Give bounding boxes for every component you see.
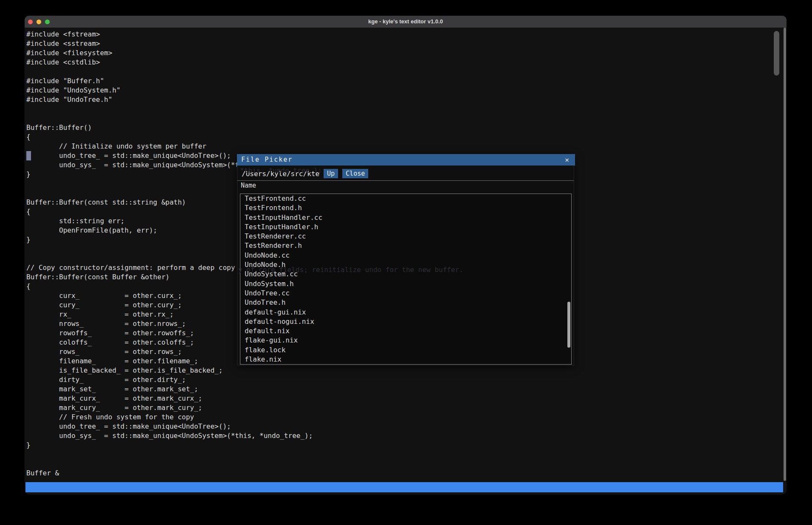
- window-title: kge - kyle's text editor v1.0.0: [25, 16, 787, 28]
- file-row[interactable]: flake.lock: [240, 345, 571, 355]
- close-button[interactable]: Close: [342, 169, 368, 178]
- file-row[interactable]: default-nogui.nix: [240, 317, 571, 326]
- status-bar: kge v1.0.0 [1/1] Buffer.cc 486L Open Fil…: [25, 482, 783, 492]
- file-row[interactable]: UndoNode.cc: [240, 251, 571, 260]
- file-row[interactable]: UndoNode.h: [240, 260, 571, 270]
- name-column-header: Name: [241, 182, 256, 189]
- file-row[interactable]: TestFrontend.h: [240, 203, 571, 213]
- file-row[interactable]: UndoSystem.cc: [240, 270, 571, 279]
- file-row[interactable]: TestRenderer.cc: [240, 232, 571, 241]
- status-file-info: kge v1.0.0 [1/1] Buffer.cc 486L: [29, 492, 152, 494]
- up-button[interactable]: Up: [324, 169, 338, 178]
- file-row[interactable]: UndoSystem.h: [240, 279, 571, 289]
- file-row[interactable]: UndoTree.h: [240, 298, 571, 307]
- file-row[interactable]: TestFrontend.cc: [240, 194, 571, 203]
- path-separator-line: [237, 180, 574, 181]
- editor-scrollbar-thumb[interactable]: [774, 31, 779, 76]
- file-row[interactable]: UndoTree.cc: [240, 289, 571, 298]
- text-cursor: [26, 151, 31, 160]
- file-row[interactable]: default.nix: [240, 326, 571, 336]
- file-picker-dialog: File Picker ✕ *this, *undo_tree_); y of …: [237, 154, 574, 365]
- file-list[interactable]: TestFrontend.ccTestFrontend.hTestInputHa…: [240, 194, 572, 365]
- close-icon[interactable]: ✕: [562, 154, 572, 166]
- file-list-scrollbar-thumb[interactable]: [567, 302, 570, 348]
- file-picker-titlebar[interactable]: File Picker ✕: [237, 154, 575, 166]
- file-row[interactable]: flake.nix: [240, 355, 571, 364]
- file-row[interactable]: TestRenderer.h: [240, 241, 571, 250]
- file-row[interactable]: default-gui.nix: [240, 308, 571, 317]
- file-row[interactable]: TestInputHandler.h: [240, 222, 571, 232]
- file-row[interactable]: flake-gui.nix: [240, 336, 571, 345]
- editor-scrollbar-track[interactable]: [784, 28, 786, 481]
- occluded-code-ghost-1: *this, *undo_tree_);: [240, 166, 322, 174]
- window-titlebar[interactable]: kge - kyle's text editor v1.0.0: [25, 16, 787, 28]
- file-row[interactable]: TestInputHandler.cc: [240, 213, 571, 222]
- file-picker-title: File Picker: [241, 154, 293, 166]
